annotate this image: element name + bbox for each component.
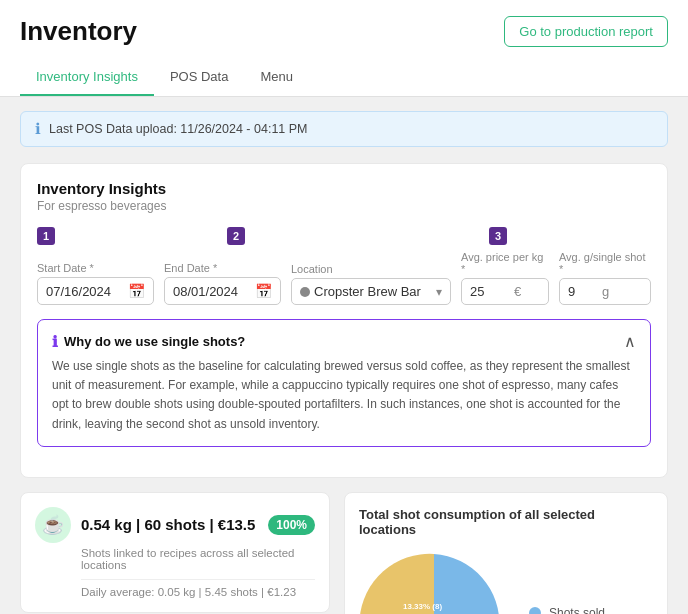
upload-text: Last POS Data upload: 11/26/2024 - 04:11…	[49, 122, 308, 136]
calendar-icon-end: 📅	[255, 283, 272, 299]
shot-input[interactable]	[568, 284, 598, 299]
chart-col: Total shot consumption of all selected l…	[344, 492, 668, 614]
insights-card-subtitle: For espresso beverages	[37, 199, 651, 213]
stats-col: ☕ 0.54 kg | 60 shots | €13.5 100% Shots …	[20, 492, 330, 614]
badge-2: 2	[227, 227, 245, 245]
tab-pos-data[interactable]: POS Data	[154, 59, 245, 96]
location-chevron-icon[interactable]: ▾	[436, 285, 442, 299]
stat-card-0: ☕ 0.54 kg | 60 shots | €13.5 100% Shots …	[20, 492, 330, 613]
chart-card: Total shot consumption of all selected l…	[344, 492, 668, 614]
start-date-input[interactable]	[46, 284, 124, 299]
info-box: ℹ Why do we use single shots? ∧ We use s…	[37, 319, 651, 447]
price-suffix: €	[514, 284, 521, 299]
end-date-label: End Date *	[164, 262, 281, 274]
info-box-text: We use single shots as the baseline for …	[52, 357, 636, 434]
tab-menu[interactable]: Menu	[244, 59, 309, 96]
svg-text:13.33% (8): 13.33% (8)	[403, 602, 442, 611]
content: ℹ Last POS Data upload: 11/26/2024 - 04:…	[0, 97, 688, 614]
shot-wrap: g	[559, 278, 651, 305]
page: Inventory Go to production report Invent…	[0, 0, 688, 614]
bottom-row: ☕ 0.54 kg | 60 shots | €13.5 100% Shots …	[20, 492, 668, 614]
form-row-wrapper: 1 2 3 Start Date * 📅 End Date *	[37, 227, 651, 305]
end-date-input[interactable]	[173, 284, 251, 299]
avg-price-input[interactable]	[470, 284, 510, 299]
legend-item-0: Shots sold	[529, 606, 618, 614]
insights-card: Inventory Insights For espresso beverage…	[20, 163, 668, 478]
location-value: Cropster Brew Bar	[314, 284, 432, 299]
legend-dot-sold	[529, 607, 541, 614]
form-row: Start Date * 📅 End Date * 📅	[37, 251, 651, 305]
insights-card-title: Inventory Insights	[37, 180, 651, 197]
start-date-label: Start Date *	[37, 262, 154, 274]
chart-legend: Shots sold Shots unsold	[529, 606, 618, 614]
stat-top-0: ☕ 0.54 kg | 60 shots | €13.5 100%	[35, 507, 315, 543]
info-box-header: ℹ Why do we use single shots? ∧	[52, 332, 636, 351]
page-title: Inventory	[20, 16, 137, 47]
end-date-wrap: 📅	[164, 277, 281, 305]
stat-desc-0: Shots linked to recipes across all selec…	[81, 547, 315, 571]
avg-price-wrap: €	[461, 278, 549, 305]
chart-area: 86.67% (52) 13.33% (8) Shots sold	[359, 549, 653, 614]
avg-price-group: Avg. price per kg * €	[461, 251, 549, 305]
shot-group: Avg. g/single shot * g	[559, 251, 651, 305]
tabs: Inventory Insights POS Data Menu	[20, 59, 668, 96]
shot-suffix: g	[602, 284, 609, 299]
location-label: Location	[291, 263, 451, 275]
location-dot	[300, 287, 310, 297]
shot-label: Avg. g/single shot *	[559, 251, 651, 275]
avg-price-label: Avg. price per kg *	[461, 251, 549, 275]
info-icon: ℹ	[52, 333, 58, 351]
calendar-icon-start: 📅	[128, 283, 145, 299]
location-group: Location Cropster Brew Bar ▾	[291, 263, 451, 305]
chart-title: Total shot consumption of all selected l…	[359, 507, 653, 537]
start-date-group: Start Date * 📅	[37, 262, 154, 305]
end-date-group: End Date * 📅	[164, 262, 281, 305]
stat-icon-0: ☕	[35, 507, 71, 543]
info-box-title: ℹ Why do we use single shots?	[52, 333, 245, 351]
start-date-wrap: 📅	[37, 277, 154, 305]
pie-chart: 86.67% (52) 13.33% (8)	[359, 549, 509, 614]
stat-badge-0: 100%	[268, 515, 315, 535]
stat-daily-0: Daily average: 0.05 kg | 5.45 shots | €1…	[81, 586, 315, 598]
tab-inventory-insights[interactable]: Inventory Insights	[20, 59, 154, 96]
stat-numbers-0: 0.54 kg | 60 shots | €13.5	[81, 516, 255, 533]
location-wrap: Cropster Brew Bar ▾	[291, 278, 451, 305]
badge-3: 3	[489, 227, 507, 245]
info-circle-icon: ℹ	[35, 120, 41, 138]
legend-label-sold: Shots sold	[549, 606, 605, 614]
header: Inventory Go to production report Invent…	[0, 0, 688, 97]
collapse-icon[interactable]: ∧	[624, 332, 636, 351]
badge-1: 1	[37, 227, 55, 245]
upload-banner: ℹ Last POS Data upload: 11/26/2024 - 04:…	[20, 111, 668, 147]
production-report-button[interactable]: Go to production report	[504, 16, 668, 47]
stat-left-0: ☕ 0.54 kg | 60 shots | €13.5	[35, 507, 255, 543]
